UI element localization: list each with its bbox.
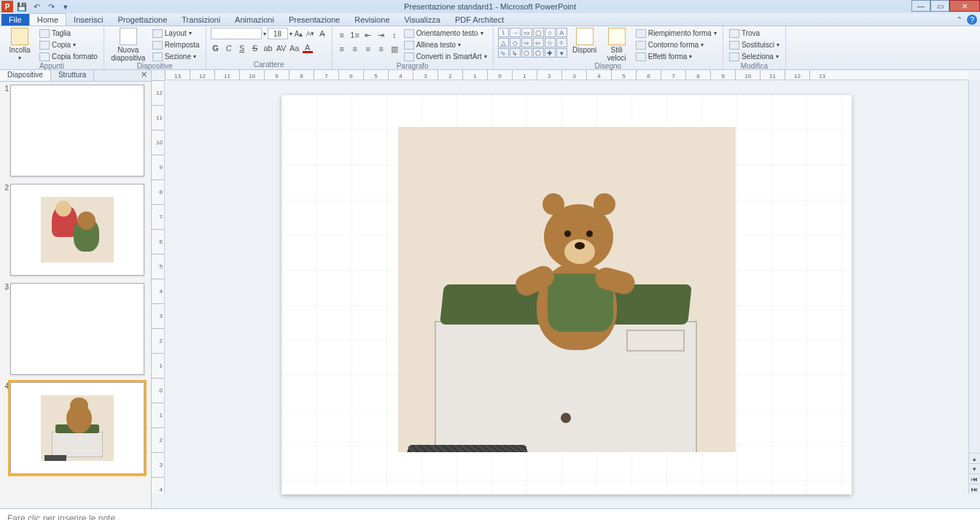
shape-text-icon[interactable]: A [556, 28, 567, 37]
copy-button[interactable]: Copia▾ [38, 39, 99, 50]
slide-thumbnail-1[interactable] [10, 85, 144, 176]
shape-fill-button[interactable]: Riempimento forma▾ [634, 28, 718, 39]
slide-thumbnail-3[interactable] [10, 283, 144, 375]
change-case-icon[interactable]: Aa [289, 43, 300, 53]
select-button[interactable]: Seleziona▾ [728, 51, 781, 62]
underline-icon[interactable]: S [237, 43, 247, 53]
paste-button[interactable]: Incolla ▾ [4, 28, 35, 61]
slide-canvas[interactable] [281, 95, 852, 494]
shape-plus-icon[interactable]: ✚ [545, 48, 556, 58]
minimize-ribbon-icon[interactable]: ⌃ [954, 15, 964, 25]
smartart-button[interactable]: Converti in SmartArt▾ [402, 51, 489, 62]
shape-line-icon[interactable]: \ [498, 28, 509, 37]
clear-formatting-icon[interactable]: A̶ [317, 28, 327, 39]
shape-rect-icon[interactable]: ▭ [521, 28, 532, 37]
pane-tab-outline[interactable]: Struttura [51, 70, 94, 81]
slide-surface[interactable] [165, 80, 968, 508]
shape-roundrect-icon[interactable]: ▢ [533, 28, 544, 37]
font-size-combo[interactable]: 18 [268, 28, 288, 39]
justify-icon[interactable]: ≡ [376, 44, 386, 54]
bullets-icon[interactable]: ≡ [337, 30, 347, 40]
increase-indent-icon[interactable]: ⇥ [376, 30, 386, 40]
layout-button[interactable]: Layout▾ [151, 28, 201, 39]
qat-dropdown-icon[interactable]: ▾ [60, 1, 71, 12]
scroll-up-icon[interactable]: ▴ [969, 453, 980, 463]
new-slide-label: Nuova diapositiva [109, 46, 148, 62]
replace-button[interactable]: Sostituisci▾ [728, 39, 781, 50]
font-family-combo[interactable] [211, 28, 262, 39]
help-icon[interactable]: ? [967, 15, 977, 25]
tab-home[interactable]: Home [29, 13, 66, 26]
shape-pent-icon[interactable]: ⬠ [533, 48, 544, 58]
text-direction-button[interactable]: Orientamento testo▾ [402, 28, 489, 39]
bold-icon[interactable]: G [211, 43, 221, 53]
next-slide-icon[interactable]: ⏭ [969, 484, 980, 494]
tab-animazioni[interactable]: Animazioni [228, 14, 281, 26]
redo-icon[interactable]: ↷ [45, 1, 57, 12]
shape-arrow-icon[interactable]: → [510, 28, 521, 37]
shape-triangle-icon[interactable]: △ [498, 38, 509, 47]
slide-image[interactable] [398, 127, 736, 452]
reset-button[interactable]: Reimposta [151, 39, 201, 50]
shape-effects-button[interactable]: Effetti forma▾ [634, 51, 718, 62]
prev-slide-icon[interactable]: ⏮ [969, 473, 980, 484]
strikethrough-icon[interactable]: S [250, 43, 260, 53]
shape-hex-icon[interactable]: ⬡ [521, 48, 532, 58]
chevron-down-icon[interactable]: ▾ [263, 31, 266, 37]
columns-icon[interactable]: ▥ [389, 44, 400, 54]
minimize-button[interactable]: — [911, 0, 930, 12]
slide-thumbnail-4[interactable] [10, 382, 144, 474]
spacing-icon[interactable]: AV [276, 43, 287, 53]
shape-arrow-right-icon[interactable]: ⇨ [521, 38, 532, 47]
thumbnail-image [41, 197, 114, 263]
scroll-down-icon[interactable]: ▾ [969, 463, 980, 473]
numbering-icon[interactable]: 1≡ [350, 30, 360, 40]
grow-font-icon[interactable]: A▴ [294, 28, 304, 39]
tab-revisione[interactable]: Revisione [347, 14, 397, 26]
tab-transizioni[interactable]: Transizioni [174, 14, 228, 26]
shape-connector-icon[interactable]: ↳ [510, 48, 521, 58]
shape-curve-icon[interactable]: ∿ [498, 48, 509, 58]
find-button[interactable]: Trova [728, 28, 781, 39]
italic-icon[interactable]: C [224, 43, 234, 53]
arrange-button[interactable]: Disponi [570, 28, 599, 54]
restore-button[interactable]: ▭ [930, 0, 949, 12]
chevron-down-icon[interactable]: ▾ [289, 31, 292, 37]
notes-pane[interactable]: Fare clic per inserire le note [0, 508, 980, 520]
quick-styles-button[interactable]: Stili veloci [602, 28, 631, 62]
undo-icon[interactable]: ↶ [31, 1, 42, 12]
shape-oval-icon[interactable]: ○ [545, 28, 556, 37]
align-left-icon[interactable]: ≡ [337, 44, 347, 54]
slide-thumbnail-2[interactable] [10, 184, 144, 276]
close-pane-icon[interactable]: ✕ [137, 70, 151, 81]
shrink-font-icon[interactable]: A▾ [306, 28, 316, 39]
tab-presentazione[interactable]: Presentazione [281, 14, 347, 26]
font-color-icon[interactable]: A [303, 43, 313, 53]
cut-button[interactable]: Taglia [38, 28, 99, 39]
shape-diamond-icon[interactable]: ◇ [510, 38, 521, 47]
format-painter-button[interactable]: Copia formato [38, 51, 99, 62]
tab-visualizza[interactable]: Visualizza [397, 14, 448, 26]
pane-tab-slides[interactable]: Diapositive [0, 70, 51, 81]
shapes-gallery[interactable]: \→▭▢○A △◇⇨⇦☆✧ ∿↳⬡⬠✚▾ [498, 28, 567, 58]
tab-pdf-architect[interactable]: PDF Architect [448, 14, 511, 26]
shape-arrow-left-icon[interactable]: ⇦ [533, 38, 544, 47]
shape-outline-button[interactable]: Contorno forma▾ [634, 39, 718, 50]
align-center-icon[interactable]: ≡ [350, 44, 360, 54]
close-button[interactable]: ✕ [949, 0, 980, 12]
line-spacing-icon[interactable]: ↕ [389, 30, 400, 40]
shape-star-icon[interactable]: ☆ [545, 38, 556, 47]
shape-callout-icon[interactable]: ✧ [556, 38, 567, 47]
align-text-button[interactable]: Allinea testo▾ [402, 39, 489, 50]
tab-progettazione[interactable]: Progettazione [110, 14, 174, 26]
vertical-scrollbar[interactable]: ▴ ▾ ⏮ ⏭ [968, 80, 980, 494]
decrease-indent-icon[interactable]: ⇤ [363, 30, 373, 40]
tab-file[interactable]: File [1, 14, 29, 26]
tab-inserisci[interactable]: Inserisci [66, 14, 110, 26]
shape-more-icon[interactable]: ▾ [556, 48, 567, 58]
save-icon[interactable]: 💾 [16, 1, 28, 12]
section-button[interactable]: Sezione▾ [151, 51, 201, 62]
new-slide-button[interactable]: Nuova diapositiva [109, 28, 148, 62]
align-right-icon[interactable]: ≡ [363, 44, 373, 54]
shadow-icon[interactable]: ab [263, 43, 273, 53]
